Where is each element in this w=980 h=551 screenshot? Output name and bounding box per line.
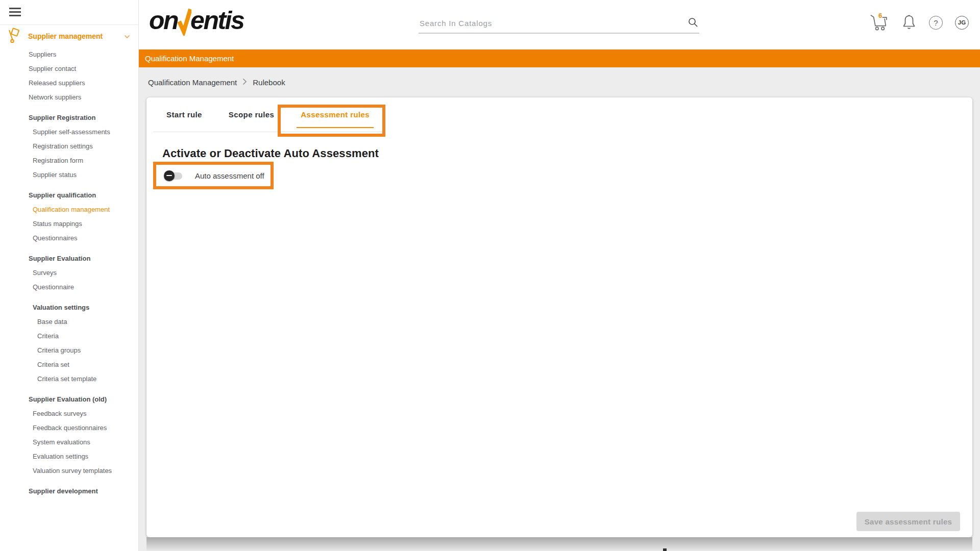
avatar[interactable]: JG xyxy=(955,16,969,30)
avatar-initials: JG xyxy=(958,19,966,26)
sidebar-item-feedback-surveys[interactable]: Feedback surveys xyxy=(0,407,138,421)
menu-icon[interactable] xyxy=(9,8,21,16)
breadcrumb-parent[interactable]: Qualification Management xyxy=(148,78,237,87)
module-title-bar: Qualification Management xyxy=(139,49,980,67)
sidebar-item-suppliers[interactable]: Suppliers xyxy=(0,47,138,62)
sidebar-item-released-suppliers[interactable]: Released suppliers xyxy=(0,76,138,90)
sidebar-item-criteria-groups[interactable]: Criteria groups xyxy=(0,343,138,358)
sidebar-item-supplier-evaluation-old: Supplier Evaluation (old) xyxy=(0,392,138,407)
search-input[interactable] xyxy=(419,13,699,34)
chevron-right-icon xyxy=(242,78,247,87)
app-root: Supplier management SuppliersSupplier co… xyxy=(0,0,980,551)
chevron-down-icon xyxy=(124,32,130,41)
cart-count-badge: 6 xyxy=(878,12,882,19)
sidebar-item-base-data[interactable]: Base data xyxy=(0,315,138,329)
sidebar-item-registration-settings[interactable]: Registration settings xyxy=(0,139,138,154)
sidebar-item-surveys[interactable]: Surveys xyxy=(0,266,138,280)
sidebar-item-supplier-evaluation: Supplier Evaluation xyxy=(0,252,138,266)
sidebar-item-valuation-settings: Valuation settings xyxy=(0,300,138,315)
sidebar-item-supplier-management[interactable]: Supplier management xyxy=(0,28,138,44)
breadcrumb: Qualification Management Rulebook xyxy=(148,67,285,97)
tab-scope-rules[interactable]: Scope rules xyxy=(215,97,287,132)
toggle-switch-off-icon[interactable] xyxy=(164,170,183,181)
sidebar-item-status-mappings[interactable]: Status mappings xyxy=(0,217,138,231)
sidebar-item-questionnaire[interactable]: Questionnaire xyxy=(0,280,138,294)
sidebar-item-supplier-qualification: Supplier qualification xyxy=(0,188,138,203)
sidebar-item-evaluation-settings[interactable]: Evaluation settings xyxy=(0,449,138,464)
help-button[interactable]: ? xyxy=(929,16,943,30)
tab-start-rule[interactable]: Start rule xyxy=(153,97,215,132)
sidebar-item-network-suppliers[interactable]: Network suppliers xyxy=(0,90,138,105)
logo-text-pre: on xyxy=(149,4,178,37)
notifications-button[interactable] xyxy=(901,14,917,31)
sidebar-root-label: Supplier management xyxy=(28,32,103,40)
logo-check-icon xyxy=(178,4,190,38)
sidebar-item-questionnaires[interactable]: Questionnaires xyxy=(0,231,138,245)
sidebar-item-qualification-management[interactable]: Qualification management xyxy=(0,203,138,217)
sidebar-item-system-evaluations[interactable]: System evaluations xyxy=(0,435,138,449)
tabstrip: Start rule Scope rules Assessment rules xyxy=(153,97,383,132)
sidebar-item-registration-form[interactable]: Registration form xyxy=(0,154,138,168)
card-bottom-shadow xyxy=(146,537,972,551)
sidebar: Supplier management SuppliersSupplier co… xyxy=(0,0,139,551)
page-title: Activate or Deactivate Auto Assessment xyxy=(162,147,379,160)
content-card: Start rule Scope rules Assessment rules … xyxy=(146,97,972,537)
sidebar-item-criteria-set-template[interactable]: Criteria set template xyxy=(0,372,138,386)
cart-button[interactable]: 6 xyxy=(870,12,889,33)
search-icon[interactable] xyxy=(688,17,698,30)
hand-truck-icon xyxy=(7,28,20,45)
content-area: Qualification Management Rulebook Start … xyxy=(139,67,980,551)
module-title: Qualification Management xyxy=(145,54,234,63)
auto-assessment-toggle[interactable]: Auto assessment off xyxy=(164,168,264,183)
sidebar-item-valuation-survey-templates[interactable]: Valuation survey templates xyxy=(0,464,138,478)
bell-icon xyxy=(901,14,917,31)
sidebar-item-supplier-contact[interactable]: Supplier contact xyxy=(0,62,138,76)
onventis-logo[interactable]: on entis xyxy=(149,4,243,38)
save-assessment-rules-button[interactable]: Save assessment rules xyxy=(856,512,960,531)
sidebar-item-criteria[interactable]: Criteria xyxy=(0,329,138,343)
question-mark-icon: ? xyxy=(934,18,938,27)
sidebar-item-criteria-set[interactable]: Criteria set xyxy=(0,358,138,372)
sidebar-nav: SuppliersSupplier contactReleased suppli… xyxy=(0,44,138,498)
logo-text-post: entis xyxy=(190,4,243,37)
sidebar-item-supplier-status[interactable]: Supplier status xyxy=(0,168,138,182)
sidebar-item-feedback-questionnaires[interactable]: Feedback questionnaires xyxy=(0,421,138,435)
header-icons: 6 ? JG xyxy=(870,12,969,33)
breadcrumb-current: Rulebook xyxy=(253,78,285,87)
sidebar-item-supplier-self-assessments[interactable]: Supplier self-assessments xyxy=(0,125,138,139)
header: on entis xyxy=(139,0,980,49)
sidebar-item-supplier-development: Supplier development xyxy=(0,484,138,498)
catalog-search xyxy=(419,13,699,36)
toggle-label: Auto assessment off xyxy=(195,171,264,180)
sidebar-top xyxy=(0,0,138,25)
bottom-edge-mark xyxy=(663,548,667,551)
sidebar-item-supplier-registration: Supplier Registration xyxy=(0,111,138,125)
tab-assessment-rules[interactable]: Assessment rules xyxy=(287,97,383,132)
